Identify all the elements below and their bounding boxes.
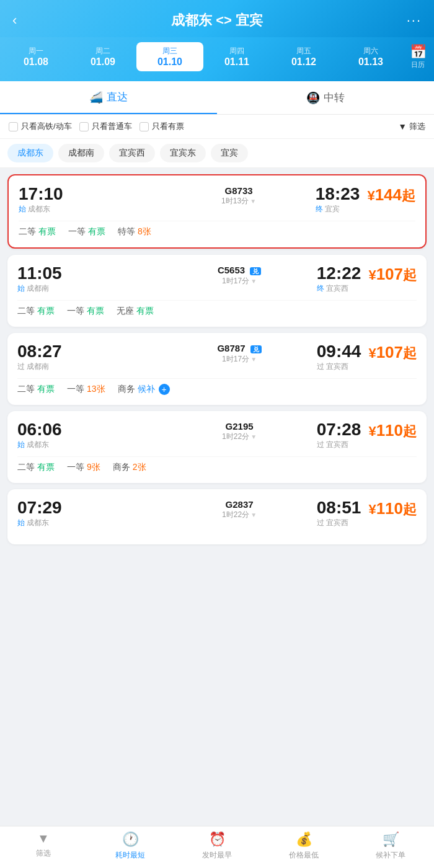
- duration-arrow-icon: ▼: [250, 198, 256, 205]
- supplement-button[interactable]: +: [159, 384, 170, 395]
- arrive-prefix: 终 宜宾西: [317, 283, 361, 294]
- duration-arrow-icon: ▼: [250, 433, 257, 440]
- train-main-row: 08:27 过 成都南 G8787 兑 1时17分 ▼ 09:44 过 宜宾西 …: [17, 343, 417, 372]
- filter-putong[interactable]: 只看普通车: [79, 121, 132, 132]
- tab-direct[interactable]: 🚄 直达: [0, 81, 217, 114]
- depart-block: 06:06 始 成都东: [17, 421, 62, 450]
- ticket-status: 13张: [87, 384, 105, 395]
- date-wednesday[interactable]: 周三 01.10: [136, 42, 203, 71]
- arrive-prefix: 过 宜宾西: [317, 361, 361, 372]
- date-day-label: 01.11: [205, 56, 269, 68]
- depart-prefix: 始 成都东: [17, 440, 62, 450]
- date-saturday[interactable]: 周六 01.13: [337, 42, 404, 71]
- train-number: G8733: [225, 185, 253, 196]
- ticket-status: 9张: [87, 462, 100, 473]
- ticket-row: 二等 有票 一等 9张 商务 2张: [17, 456, 417, 473]
- ticket-noseat: 无座 有票: [117, 306, 154, 317]
- station-tabs: 成都东 成都南 宜宾西 宜宾东 宜宾: [0, 139, 434, 168]
- filter-gaotie-label: 只看高铁/动车: [21, 121, 72, 132]
- depart-time: 17:10: [19, 185, 63, 203]
- depart-prefix: 始 成都东: [17, 518, 62, 528]
- tab-transfer[interactable]: 🚇 中转: [217, 81, 434, 114]
- train-card-g2837[interactable]: 07:29 始 成都东 G2837 1时22分 ▼ 08:51 过 宜宾西 ¥1…: [7, 489, 427, 544]
- filter-youpiao[interactable]: 只看有票: [140, 121, 184, 132]
- ticket-class-label: 商务: [113, 462, 130, 473]
- train-list: 17:10 始 成都东 G8733 1时13分 ▼ 18:23 终 宜宾 ¥14…: [0, 168, 434, 600]
- ticket-class-label: 一等: [67, 462, 84, 473]
- nav-earliest[interactable]: ⏰ 发时最早: [174, 831, 260, 861]
- date-day-label: 01.13: [339, 56, 403, 68]
- train-main-row: 17:10 始 成都东 G8733 1时13分 ▼ 18:23 终 宜宾 ¥14…: [19, 185, 415, 215]
- arrive-time: 08:51: [317, 499, 361, 516]
- date-week-label: 周四: [205, 46, 269, 56]
- nav-filter[interactable]: ▼ 筛选: [0, 831, 87, 861]
- station-tab-yibindong[interactable]: 宜宾东: [160, 144, 206, 162]
- ticket-class-label: 一等: [68, 226, 86, 237]
- nav-cheapest-label: 价格最低: [289, 850, 319, 861]
- train-middle: G2195 1时22分 ▼: [162, 421, 316, 442]
- date-week-label: 周六: [339, 46, 403, 56]
- duration-arrow-icon: ▼: [250, 278, 257, 285]
- train-card-c5653[interactable]: 11:05 始 成都南 C5653 兑 1时17分 ▼ 12:22 终 宜宾西 …: [7, 255, 427, 327]
- ticket-business: 商务 候补 +: [118, 384, 170, 395]
- date-week-label: 周二: [71, 46, 135, 56]
- back-button[interactable]: ‹: [12, 12, 37, 29]
- bottom-navigation: ▼ 筛选 🕐 耗时最短 ⏰ 发时最早 💰 价格最低 🛒 候补下单: [0, 826, 434, 868]
- train-number: G2837: [226, 499, 254, 510]
- arrive-time: 18:23: [316, 185, 360, 203]
- arrive-prefix: 过 宜宾西: [317, 518, 361, 528]
- date-thursday[interactable]: 周四 01.11: [203, 42, 270, 71]
- calendar-button[interactable]: 📅 日历: [404, 44, 432, 69]
- filter-button[interactable]: ▼ 筛选: [398, 121, 425, 132]
- depart-block: 07:29 始 成都东: [17, 499, 62, 528]
- train-middle: C5653 兑 1时17分 ▼: [162, 265, 316, 286]
- station-tab-chengdudong[interactable]: 成都东: [7, 144, 53, 162]
- date-day-label: 01.08: [4, 56, 68, 68]
- date-monday[interactable]: 周一 01.08: [2, 42, 69, 71]
- tab-direct-label: 直达: [107, 90, 128, 104]
- train-middle: G2837 1时22分 ▼: [162, 499, 316, 520]
- date-friday[interactable]: 周五 01.12: [270, 42, 337, 71]
- nav-cheapest[interactable]: 💰 价格最低: [260, 831, 347, 861]
- train-card-g8733[interactable]: 17:10 始 成都东 G8733 1时13分 ▼ 18:23 终 宜宾 ¥14…: [7, 174, 427, 249]
- depart-block: 08:27 过 成都南: [17, 343, 62, 372]
- cart-nav-icon: 🛒: [383, 831, 399, 848]
- station-tab-yibin[interactable]: 宜宾: [211, 144, 248, 162]
- arrive-prefix: 终 宜宾: [316, 204, 360, 215]
- station-tab-chengdunan[interactable]: 成都南: [58, 144, 104, 162]
- checkbox-gaotie[interactable]: [9, 122, 18, 131]
- depart-prefix: 始 成都东: [19, 204, 63, 215]
- badge-xue: 兑: [250, 267, 261, 275]
- ticket-special: 特等 8张: [118, 226, 151, 237]
- train-number: G8787 兑: [217, 343, 261, 354]
- station-tab-yibinxi[interactable]: 宜宾西: [109, 144, 155, 162]
- train-card-g2195[interactable]: 06:06 始 成都东 G2195 1时22分 ▼ 07:28 过 宜宾西 ¥1…: [7, 411, 427, 483]
- date-tuesday[interactable]: 周二 01.09: [69, 42, 136, 71]
- nav-shortest-label: 耗时最短: [115, 850, 145, 861]
- nav-shortest[interactable]: 🕐 耗时最短: [87, 831, 174, 861]
- train-times: 07:29 始 成都东: [17, 499, 162, 528]
- ticket-second: 二等 有票: [17, 462, 55, 473]
- date-week-label: 周五: [272, 46, 336, 56]
- calendar-icon: 📅: [404, 44, 432, 60]
- train-duration: 1时17分 ▼: [222, 354, 257, 365]
- train-card-g8787[interactable]: 08:27 过 成都南 G8787 兑 1时17分 ▼ 09:44 过 宜宾西 …: [7, 333, 427, 405]
- ticket-business: 商务 2张: [113, 462, 146, 473]
- train-times: 06:06 始 成都东: [17, 421, 162, 450]
- filter-youpiao-label: 只看有票: [152, 121, 184, 132]
- ticket-status: 有票: [37, 462, 55, 473]
- ticket-status: 候补: [138, 384, 155, 395]
- checkbox-putong[interactable]: [79, 122, 89, 131]
- ticket-class-label: 二等: [17, 306, 35, 317]
- date-week-label: 周三: [138, 46, 202, 56]
- nav-supplement[interactable]: 🛒 候补下单: [347, 831, 434, 861]
- filter-gaotie[interactable]: 只看高铁/动车: [9, 121, 72, 132]
- train-number: G2195: [226, 421, 254, 432]
- train-main-row: 11:05 始 成都南 C5653 兑 1时17分 ▼ 12:22 终 宜宾西 …: [17, 265, 417, 294]
- date-week-label: 周一: [4, 46, 68, 56]
- more-button[interactable]: ···: [397, 12, 422, 29]
- date-bar: 周一 01.08 周二 01.09 周三 01.10 周四 01.11 周五 0…: [0, 37, 434, 81]
- checkbox-youpiao[interactable]: [140, 122, 149, 131]
- date-day-label: 01.10: [138, 56, 202, 68]
- train-middle: G8787 兑 1时17分 ▼: [162, 343, 316, 365]
